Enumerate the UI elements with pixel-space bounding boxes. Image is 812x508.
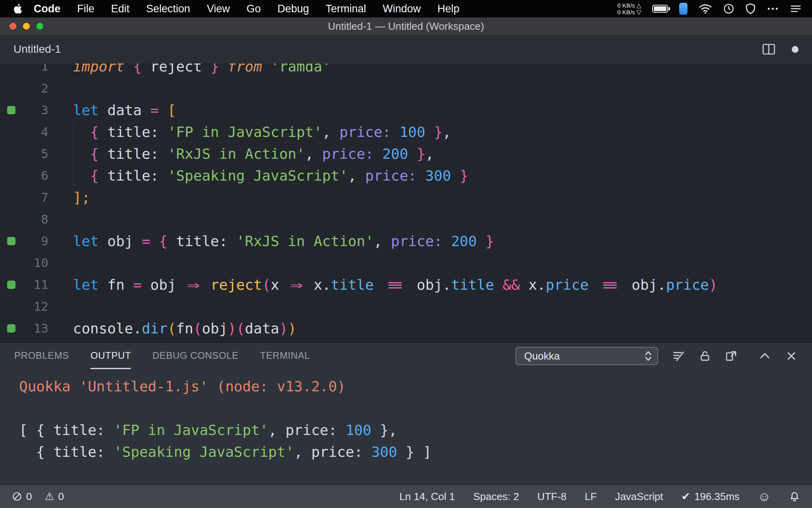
- code-token: , price:: [268, 422, 346, 438]
- panel-tab-output[interactable]: OUTPUT: [90, 343, 131, 369]
- menu-item-go[interactable]: Go: [238, 3, 269, 15]
- code-token: let: [73, 233, 107, 249]
- traffic-lights: [10, 23, 43, 30]
- code-token: { title:: [19, 444, 113, 460]
- code-token: [73, 167, 90, 184]
- menu-item-window[interactable]: Window: [374, 3, 429, 15]
- code-line-9[interactable]: 9let obj = { title: 'RxJS in Action', pr…: [0, 230, 812, 252]
- clock-icon[interactable]: [723, 3, 734, 14]
- code-token: title: [331, 277, 373, 293]
- code-token: ,: [348, 167, 365, 184]
- code-token: 'RxJS in Action': [167, 146, 305, 162]
- code-token: (: [236, 320, 245, 337]
- feedback-smiley-icon[interactable]: ☺: [758, 489, 771, 504]
- output-channel-select[interactable]: Quokka: [515, 347, 658, 365]
- menu-item-file[interactable]: File: [69, 3, 103, 15]
- line-number: 3: [0, 99, 48, 121]
- eol-sequence[interactable]: LF: [585, 491, 597, 503]
- code-token: ≡: [587, 274, 633, 296]
- statusbar-left: 0 ⚠ 0: [12, 490, 64, 503]
- display-icon[interactable]: [679, 3, 688, 15]
- output-line-4: { title: 'Speaking JavaScript', price: 3…: [19, 441, 812, 463]
- code-line-4[interactable]: 4 { title: 'FP in JavaScript', price: 10…: [0, 121, 812, 143]
- code-token: [ { title:: [19, 422, 113, 438]
- network-speed-indicator[interactable]: 0 KB/s △0 KB/s ▽: [617, 2, 641, 15]
- code-line-7[interactable]: 7];: [0, 187, 812, 208]
- code-token: reject: [150, 64, 202, 75]
- code-token: price: [666, 277, 709, 293]
- code-token: ,: [305, 146, 322, 162]
- menu-item-code[interactable]: Code: [25, 3, 69, 15]
- code-token: ⇒: [283, 274, 309, 296]
- code-line-10[interactable]: 10: [0, 252, 812, 274]
- check-icon: ✔: [682, 490, 691, 503]
- window-title: Untitled-1 — Untitled (Workspace): [328, 20, 484, 33]
- menubar-status-icons: 0 KB/s △0 KB/s ▽: [617, 2, 802, 15]
- code-line-5[interactable]: 5 { title: 'RxJS in Action', price: 200 …: [0, 143, 812, 165]
- problems-warnings[interactable]: ⚠ 0: [44, 490, 64, 503]
- list-icon[interactable]: [790, 3, 802, 14]
- menu-item-selection[interactable]: Selection: [138, 3, 199, 15]
- statusbar: 0 ⚠ 0 Ln 14, Col 1 Spaces: 2 UTF-8 LF Ja…: [0, 485, 812, 508]
- open-output-in-editor-icon[interactable]: [725, 349, 737, 363]
- code-token: {: [90, 124, 107, 140]
- code-token: title:: [107, 167, 168, 184]
- encoding[interactable]: UTF-8: [537, 491, 567, 503]
- lock-scroll-icon[interactable]: [699, 349, 711, 363]
- code-token: 200: [382, 146, 408, 162]
- line-number: 7: [0, 187, 48, 208]
- menu-item-help[interactable]: Help: [429, 3, 468, 15]
- line-number: 1: [0, 64, 48, 77]
- split-editor-icon[interactable]: [762, 42, 776, 56]
- tab-untitled-1[interactable]: Untitled-1: [13, 43, 61, 56]
- indentation[interactable]: Spaces: 2: [473, 491, 519, 503]
- close-window-button[interactable]: [10, 23, 16, 30]
- quokka-status[interactable]: ✔ 196.35ms: [682, 490, 740, 503]
- code-token: =: [133, 277, 150, 293]
- menu-item-view[interactable]: View: [199, 3, 238, 15]
- more-icon[interactable]: [767, 3, 779, 14]
- clear-output-icon[interactable]: [672, 349, 685, 363]
- menu-item-edit[interactable]: Edit: [103, 3, 138, 15]
- output-content[interactable]: Quokka 'Untitled-1.js' (node: v13.2.0)[ …: [0, 369, 812, 463]
- code-token: 300: [372, 444, 397, 460]
- code-token: let: [73, 102, 107, 118]
- code-token: [494, 277, 503, 293]
- panel-tab-debug-console[interactable]: DEBUG CONSOLE: [152, 343, 238, 369]
- menu-item-terminal[interactable]: Terminal: [317, 3, 374, 15]
- code-line-12[interactable]: 12: [0, 296, 812, 318]
- shield-icon[interactable]: [745, 3, 756, 14]
- zoom-window-button[interactable]: [36, 23, 43, 30]
- code-line-8[interactable]: 8: [0, 208, 812, 230]
- battery-icon[interactable]: [652, 5, 668, 13]
- code-line-11[interactable]: 11let fn = obj ⇒ reject(x ⇒ x.title ≡ ob…: [0, 274, 812, 296]
- problems-errors[interactable]: 0: [12, 491, 32, 503]
- language-mode[interactable]: JavaScript: [615, 491, 663, 503]
- apple-menu-icon[interactable]: [13, 3, 22, 14]
- line-number: 6: [0, 165, 48, 187]
- code-line-6[interactable]: 6 { title: 'Speaking JavaScript', price:…: [0, 165, 812, 187]
- wifi-icon[interactable]: [699, 3, 712, 14]
- maximize-panel-icon[interactable]: [758, 349, 772, 363]
- code-token: obj: [202, 320, 228, 337]
- code-token: 200: [451, 233, 477, 249]
- code-token: obj: [107, 233, 142, 249]
- notifications-bell-icon[interactable]: [789, 491, 800, 502]
- minimize-window-button[interactable]: [23, 23, 30, 30]
- menu-item-debug[interactable]: Debug: [269, 3, 318, 15]
- code-line-1[interactable]: 1import { reject } from 'ramda': [0, 64, 812, 77]
- code-token: 'ramda': [271, 64, 331, 75]
- code-editor[interactable]: 1import { reject } from 'ramda'23let dat…: [0, 64, 812, 342]
- panel-tab-terminal[interactable]: TERMINAL: [260, 343, 310, 369]
- line-number: 4: [0, 121, 48, 143]
- code-line-2[interactable]: 2: [0, 77, 812, 99]
- panel-tab-problems[interactable]: PROBLEMS: [14, 343, 69, 369]
- code-line-13[interactable]: 13console.dir(fn(obj)(data)): [0, 318, 812, 339]
- code-line-3[interactable]: 3let data = [: [0, 99, 812, 121]
- code-token: } ]: [397, 444, 432, 460]
- close-panel-icon[interactable]: [785, 349, 798, 363]
- code-token: data: [245, 320, 280, 337]
- window-titlebar[interactable]: Untitled-1 — Untitled (Workspace): [0, 17, 812, 35]
- line-number: 2: [0, 77, 48, 99]
- cursor-position[interactable]: Ln 14, Col 1: [399, 491, 455, 503]
